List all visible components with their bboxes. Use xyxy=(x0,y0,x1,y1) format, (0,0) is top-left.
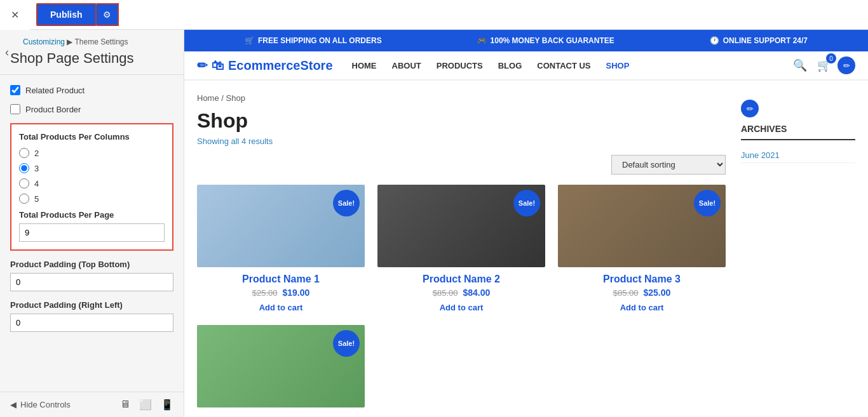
sale-badge-2: Sale! xyxy=(513,190,540,216)
padding-left-section: Product Padding (Right Left) xyxy=(10,300,173,332)
padding-left-input[interactable] xyxy=(10,314,173,332)
product-prices-2: $85.00 $84.00 xyxy=(433,288,491,298)
columns-section-label: Total Products Per Columns xyxy=(19,132,165,142)
sale-badge-4: Sale! xyxy=(333,330,360,357)
add-to-cart-3[interactable]: Add to cart xyxy=(620,303,664,312)
top-bar: ✕ Publish ⚙ xyxy=(0,0,868,30)
original-price-2: $85.00 xyxy=(433,288,458,298)
archive-june-2021[interactable]: June 2021 xyxy=(741,148,855,163)
per-page-label: Total Products Per Page xyxy=(19,210,165,220)
shop-title: Shop xyxy=(197,109,726,133)
nav-links: HOME ABOUT PRODUCTS BLOG CONTACT US SHOP xyxy=(352,60,793,70)
product-prices-3: $85.00 $25.00 xyxy=(613,288,671,298)
publish-button[interactable]: Publish xyxy=(36,3,97,26)
col-5-radio[interactable] xyxy=(19,194,29,204)
col-4-row: 4 xyxy=(19,178,165,189)
shop-breadcrumb: Home / Shop xyxy=(197,93,726,103)
device-icons: 🖥 ⬜ 📱 xyxy=(120,399,173,411)
breadcrumb-separator: ▶ xyxy=(67,37,74,46)
product-img-2: Sale! xyxy=(377,185,545,267)
nav-products[interactable]: PRODUCTS xyxy=(437,61,483,70)
page-title: Shop Page Settings xyxy=(10,50,173,67)
product-prices-1: $25.00 $19.00 xyxy=(252,288,310,298)
product-card-4: Sale! xyxy=(197,325,365,407)
padding-top-input[interactable] xyxy=(10,273,173,291)
tablet-icon[interactable]: ⬜ xyxy=(139,399,152,411)
nav-about[interactable]: ABOUT xyxy=(392,61,421,70)
sidebar-body: Related Product Product Border Total Pro… xyxy=(0,75,184,392)
promo-bar: 🛒 FREE SHIPPING ON ALL ORDERS 🎮 100% MON… xyxy=(184,30,868,51)
promo-support-text: ONLINE SUPPORT 24/7 xyxy=(723,36,808,45)
breadcrumb-customizing[interactable]: Customizing xyxy=(23,37,65,46)
nav-blog[interactable]: BLOG xyxy=(498,61,522,70)
product-border-checkbox[interactable] xyxy=(10,104,20,114)
sale-badge-1: Sale! xyxy=(333,190,360,216)
padding-left-label: Product Padding (Right Left) xyxy=(10,300,173,310)
hide-controls-label: Hide Controls xyxy=(20,400,71,409)
product-name-3: Product Name 3 xyxy=(603,274,681,285)
columns-section: Total Products Per Columns 2 3 4 xyxy=(10,123,173,251)
promo-shipping-text: FREE SHIPPING ON ALL ORDERS xyxy=(258,36,382,45)
site-logo: ✏ 🛍 EcommerceStore xyxy=(197,58,333,73)
hide-controls-button[interactable]: ◀ Hide Controls xyxy=(10,400,71,409)
shop-content: Home / Shop Shop Showing all 4 results D… xyxy=(197,93,726,407)
product-border-label[interactable]: Product Border xyxy=(25,105,81,114)
cart-badge: 0 xyxy=(826,53,836,63)
guarantee-promo-icon: 🎮 xyxy=(477,36,487,45)
close-button[interactable]: ✕ xyxy=(0,0,30,30)
related-product-checkbox[interactable] xyxy=(10,85,20,95)
col-2-label[interactable]: 2 xyxy=(34,149,39,158)
col-2-radio[interactable] xyxy=(19,148,29,158)
product-border-row: Product Border xyxy=(10,104,173,114)
promo-item-support: 🕐 ONLINE SUPPORT 24/7 xyxy=(710,36,808,45)
cart-promo-icon: 🛒 xyxy=(245,36,254,45)
col-5-label[interactable]: 5 xyxy=(34,194,39,204)
add-to-cart-1[interactable]: Add to cart xyxy=(259,303,303,312)
sidebar-header: ‹ Customizing ▶ Theme Settings Shop Page… xyxy=(0,30,184,75)
promo-item-shipping: 🛒 FREE SHIPPING ON ALL ORDERS xyxy=(245,36,382,45)
hide-controls-icon: ◀ xyxy=(10,400,17,409)
sidebar-back-button[interactable]: ‹ xyxy=(5,46,9,59)
col-2-row: 2 xyxy=(19,148,165,158)
sale-price-2: $84.00 xyxy=(463,288,490,298)
sort-select[interactable]: Default sorting Sort by popularity Sort … xyxy=(611,155,726,175)
col-4-radio[interactable] xyxy=(19,178,29,189)
padding-top-label: Product Padding (Top Bottom) xyxy=(10,260,173,269)
publish-area: Publish ⚙ xyxy=(36,3,119,26)
promo-item-guarantee: 🎮 100% MONEY BACK GUARANTEE xyxy=(477,36,614,45)
sort-row: Default sorting Sort by popularity Sort … xyxy=(197,155,726,175)
sale-badge-3: Sale! xyxy=(694,190,721,216)
nav-contact[interactable]: CONTACT US xyxy=(537,61,590,70)
product-card-2: Sale! Product Name 2 $85.00 $84.00 Add t… xyxy=(377,185,545,312)
gear-button[interactable]: ⚙ xyxy=(97,3,119,26)
sale-price-3: $25.00 xyxy=(643,288,670,298)
breadcrumb: Customizing ▶ Theme Settings xyxy=(23,37,173,46)
app-wrapper: ✕ Publish ⚙ ‹ Customizing ▶ Theme Settin… xyxy=(0,0,868,417)
logo-text: EcommerceStore xyxy=(228,58,333,73)
col-3-label[interactable]: 3 xyxy=(34,164,39,173)
support-promo-icon: 🕐 xyxy=(710,36,719,45)
padding-top-section: Product Padding (Top Bottom) xyxy=(10,260,173,291)
per-page-input[interactable] xyxy=(19,223,165,242)
logo-bag-icon: 🛍 xyxy=(212,58,224,73)
nav-edit-button[interactable]: ✏ xyxy=(837,56,855,74)
product-img-3: Sale! xyxy=(558,185,726,267)
add-to-cart-2[interactable]: Add to cart xyxy=(440,303,484,312)
shop-sidebar: ✏ ARCHIVES June 2021 xyxy=(741,93,855,407)
mobile-icon[interactable]: 📱 xyxy=(161,399,173,411)
main-content: ‹ Customizing ▶ Theme Settings Shop Page… xyxy=(0,30,868,417)
nav-shop[interactable]: SHOP xyxy=(606,61,630,70)
search-button[interactable]: 🔍 xyxy=(793,58,807,72)
site-nav: ✏ 🛍 EcommerceStore HOME ABOUT PRODUCTS B… xyxy=(184,51,868,81)
nav-home[interactable]: HOME xyxy=(352,61,377,70)
shop-main: Home / Shop Shop Showing all 4 results D… xyxy=(184,81,868,417)
col-3-radio[interactable] xyxy=(19,163,29,173)
col-4-label[interactable]: 4 xyxy=(34,179,39,189)
sidebar-edit-button[interactable]: ✏ xyxy=(741,100,759,117)
original-price-3: $85.00 xyxy=(613,288,639,298)
related-product-label[interactable]: Related Product xyxy=(25,86,85,95)
desktop-icon[interactable]: 🖥 xyxy=(120,399,130,411)
preview-panel: 🛒 FREE SHIPPING ON ALL ORDERS 🎮 100% MON… xyxy=(184,30,868,417)
product-name-1: Product Name 1 xyxy=(242,274,320,285)
col-3-row: 3 xyxy=(19,163,165,173)
